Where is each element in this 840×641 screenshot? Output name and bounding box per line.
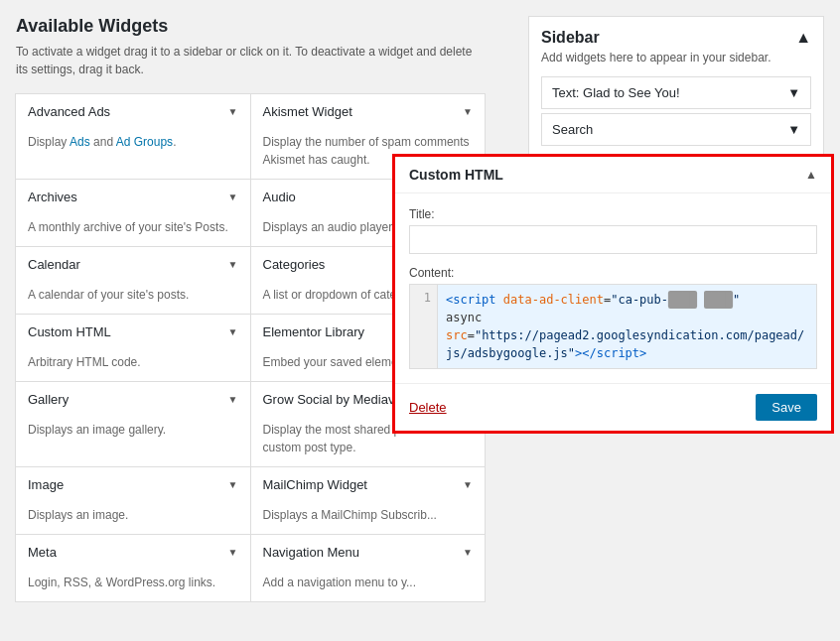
widget-custom-html: Custom HTML ▼ Arbitrary HTML code. <box>15 314 251 382</box>
widget-advanced-ads-header[interactable]: Advanced Ads ▼ <box>16 94 250 129</box>
custom-html-panel-title: Custom HTML <box>409 167 503 183</box>
widget-calendar: Calendar ▼ A calendar of your site's pos… <box>15 246 251 315</box>
custom-html-panel-footer: Delete Save <box>395 383 831 431</box>
widget-mailchimp-header[interactable]: MailChimp Widget ▼ <box>251 467 486 502</box>
available-widgets-desc: To activate a widget drag it to a sideba… <box>16 43 486 78</box>
chevron-down-icon: ▼ <box>228 106 238 117</box>
line-numbers: 1 <box>410 285 438 368</box>
widget-navigation-menu-label: Navigation Menu <box>263 545 360 560</box>
widget-archives-header[interactable]: Archives ▼ <box>16 180 250 214</box>
widget-calendar-header[interactable]: Calendar ▼ <box>16 247 250 282</box>
widget-archives-label: Archives <box>28 190 77 204</box>
widget-gallery-desc: Displays an image gallery. <box>16 417 250 449</box>
widget-image-label: Image <box>28 477 64 492</box>
widget-mailchimp-label: MailChimp Widget <box>263 477 367 492</box>
custom-html-panel-body: Title: Content: 1 <script data-ad-client… <box>395 193 831 383</box>
sidebar-widget-search: Search ▼ <box>541 113 811 146</box>
widget-advanced-ads: Advanced Ads ▼ Display Ads and Ad Groups… <box>15 93 251 180</box>
code-editor-inner: 1 <script data-ad-client="ca-pub-████ ██… <box>410 285 816 368</box>
widget-meta-desc: Login, RSS, & WordPress.org links. <box>16 570 250 601</box>
sidebar-widget-search-label: Search <box>552 122 593 137</box>
widget-image-header[interactable]: Image ▼ <box>16 467 250 502</box>
chevron-down-icon: ▼ <box>228 259 238 270</box>
available-widgets-title: Available Widgets <box>16 16 486 37</box>
widget-audio-label: Audio <box>263 190 296 204</box>
attr-src: src <box>446 328 468 342</box>
widget-akismet-label: Akismet Widget <box>263 104 352 119</box>
content-field-label: Content: <box>409 266 817 280</box>
custom-html-panel: Custom HTML ▲ Title: Content: 1 <script … <box>392 154 834 434</box>
sidebar-title: Sidebar ▲ <box>541 29 811 47</box>
sidebar-box: Sidebar ▲ Add widgets here to appear in … <box>528 16 824 163</box>
sidebar-widget-text: Text: Glad to See You! ▼ <box>541 76 811 109</box>
ads-link[interactable]: Ads <box>70 135 90 149</box>
widget-custom-html-desc: Arbitrary HTML code. <box>16 349 250 381</box>
chevron-down-icon: ▼ <box>228 547 238 558</box>
chevron-down-icon: ▼ <box>463 106 473 117</box>
chevron-down-icon: ▼ <box>228 326 238 337</box>
widget-archives: Archives ▼ A monthly archive of your sit… <box>15 179 251 247</box>
widget-image-desc: Displays an image. <box>16 502 250 534</box>
widget-archives-desc: A monthly archive of your site's Posts. <box>16 214 250 246</box>
sidebar-widget-text-header[interactable]: Text: Glad to See You! ▼ <box>542 77 810 108</box>
widget-image: Image ▼ Displays an image. <box>15 466 251 535</box>
custom-html-collapse-icon[interactable]: ▲ <box>805 168 817 182</box>
widget-navigation-menu-header[interactable]: Navigation Menu ▼ <box>251 535 486 570</box>
delete-button[interactable]: Delete <box>409 400 447 415</box>
chevron-down-icon: ▼ <box>228 479 238 490</box>
attr-data-ad-client: data-ad-client <box>503 293 604 307</box>
code-content-area[interactable]: <script data-ad-client="ca-pub-████ ████… <box>438 285 816 368</box>
page-container: Available Widgets To activate a widget d… <box>0 0 840 641</box>
widget-elementor-label: Elementor Library <box>263 324 365 339</box>
widget-calendar-desc: A calendar of your site's posts. <box>16 282 250 314</box>
attr-value-pub: "ca-pub- <box>611 293 668 307</box>
widget-gallery-label: Gallery <box>28 392 69 407</box>
sidebar-section: Sidebar ▲ Add widgets here to appear in … <box>512 0 840 179</box>
chevron-down-icon: ▼ <box>463 547 473 558</box>
widget-meta: Meta ▼ Login, RSS, & WordPress.org links… <box>15 534 251 602</box>
widget-advanced-ads-desc: Display Ads and Ad Groups. <box>16 129 250 161</box>
widget-akismet-header[interactable]: Akismet Widget ▼ <box>251 94 486 129</box>
sidebar-widget-search-header[interactable]: Search ▼ <box>542 114 810 145</box>
code-editor[interactable]: 1 <script data-ad-client="ca-pub-████ ██… <box>409 284 817 369</box>
widget-custom-html-label: Custom HTML <box>28 324 111 339</box>
redacted-value-2: ████ <box>704 291 733 309</box>
tag-open: <script <box>446 293 496 307</box>
widget-advanced-ads-label: Advanced Ads <box>28 104 110 119</box>
save-button[interactable]: Save <box>756 394 817 421</box>
custom-html-panel-header: Custom HTML ▲ <box>395 157 831 193</box>
chevron-down-icon: ▼ <box>463 479 473 490</box>
async-keyword: async <box>446 311 482 324</box>
sidebar-collapse-icon[interactable]: ▲ <box>795 29 811 47</box>
widget-calendar-label: Calendar <box>28 257 80 272</box>
widget-categories-label: Categories <box>263 257 326 272</box>
line-number-1: 1 <box>416 291 431 305</box>
widget-gallery-header[interactable]: Gallery ▼ <box>16 382 250 417</box>
widget-navigation-menu: Navigation Menu ▼ Add a navigation menu … <box>250 534 487 602</box>
tag-close: ></script> <box>575 346 646 360</box>
widget-custom-html-header[interactable]: Custom HTML ▼ <box>16 315 250 349</box>
widget-meta-label: Meta <box>28 545 57 560</box>
chevron-down-icon: ▼ <box>787 85 800 100</box>
widget-mailchimp-desc: Displays a MailChimp Subscrib... <box>251 502 486 534</box>
sidebar-desc: Add widgets here to appear in your sideb… <box>541 51 811 64</box>
chevron-down-icon: ▼ <box>787 122 800 137</box>
ad-groups-link[interactable]: Ad Groups <box>116 135 173 149</box>
attr-value-pub-end: " <box>733 293 740 307</box>
widget-meta-header[interactable]: Meta ▼ <box>16 535 250 570</box>
redacted-value-1: ████ <box>668 291 697 309</box>
title-field-label: Title: <box>409 207 817 221</box>
custom-html-title-input[interactable] <box>409 225 817 254</box>
widget-mailchimp: MailChimp Widget ▼ Displays a MailChimp … <box>250 466 487 535</box>
widget-gallery: Gallery ▼ Displays an image gallery. <box>15 381 251 467</box>
chevron-down-icon: ▼ <box>228 394 238 405</box>
sidebar-title-text: Sidebar <box>541 29 600 47</box>
sidebar-widget-text-label: Text: Glad to See You! <box>552 85 680 100</box>
widget-navigation-menu-desc: Add a navigation menu to y... <box>251 570 486 601</box>
chevron-down-icon: ▼ <box>228 192 238 202</box>
